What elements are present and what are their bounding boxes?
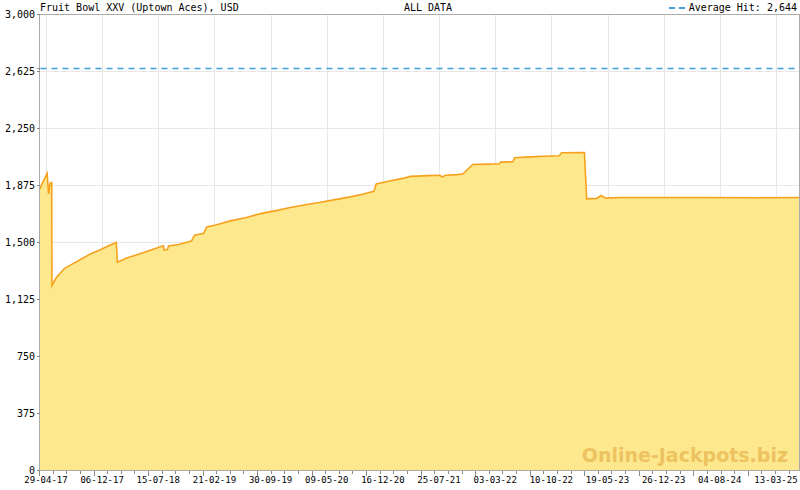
x-axis-tick-label: 13-03-25 (741, 475, 800, 485)
y-axis-tick-label: 375 (0, 408, 35, 419)
chart-title: Fruit Bowl XXV (Uptown Aces), USD (40, 2, 239, 14)
watermark: Online-Jackpots.biz (582, 444, 788, 466)
legend-average-hit-label: Average Hit: 2,644 (689, 2, 797, 14)
y-axis-tick-label: 1,875 (0, 180, 35, 191)
jackpot-area-series (40, 153, 800, 471)
y-axis-tick-label: 750 (0, 351, 35, 362)
average-line-key-icon (669, 7, 685, 9)
chart-canvas (0, 0, 800, 490)
y-axis-tick-label: 2,625 (0, 66, 35, 77)
y-axis-tick-label: 3,000 (0, 9, 35, 20)
legend-average-hit: Average Hit: 2,644 (669, 2, 797, 14)
y-axis-tick-label: 2,250 (0, 123, 35, 134)
y-axis-tick-label: 1,500 (0, 237, 35, 248)
jackpot-history-chart: Fruit Bowl XXV (Uptown Aces), USD ALL DA… (0, 0, 800, 490)
date-range-label: ALL DATA (404, 2, 452, 14)
y-axis-tick-label: 1,125 (0, 294, 35, 305)
